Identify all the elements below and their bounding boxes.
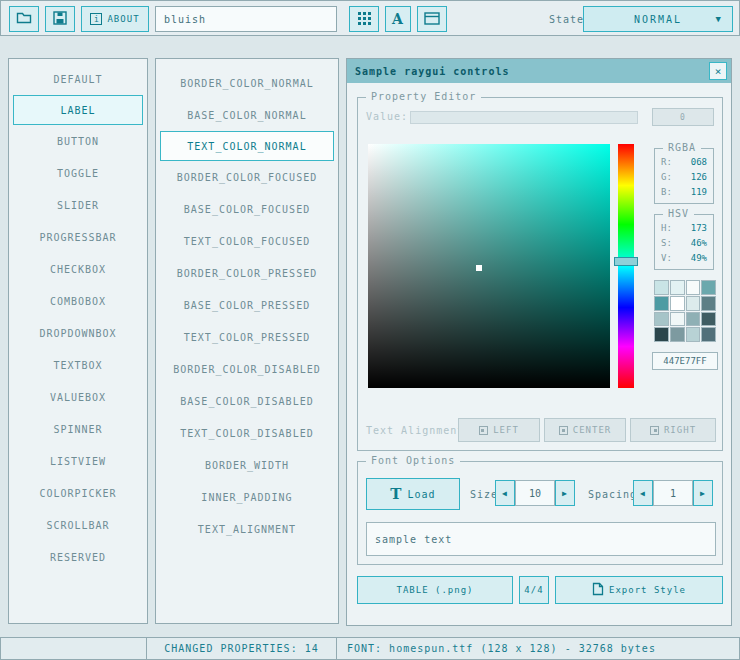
control-item-toggle[interactable]: TOGGLE: [9, 157, 147, 189]
control-item-spinner[interactable]: SPINNER: [9, 413, 147, 445]
control-item-textbox[interactable]: TEXTBOX: [9, 349, 147, 381]
property-editor-group: Property Editor Value: 0 RGBA R: 068: [357, 97, 723, 451]
rgba-row-r: R: 068: [655, 155, 713, 170]
font-size-decrease-button[interactable]: ◀: [495, 480, 515, 506]
palette-swatch[interactable]: [701, 327, 716, 342]
font-size-value[interactable]: 10: [515, 480, 555, 506]
property-item[interactable]: BASE_COLOR_NORMAL: [156, 99, 338, 131]
rgba-row-g: G: 126: [655, 170, 713, 185]
font-settings-button[interactable]: A: [385, 6, 411, 32]
color-cursor[interactable]: [476, 265, 482, 271]
font-info-text: FONT: homespun.ttf (128 x 128) - 32768 b…: [347, 643, 656, 654]
property-item[interactable]: BASE_COLOR_PRESSED: [156, 289, 338, 321]
window-titlebar[interactable]: Sample raygui controls: [347, 59, 731, 83]
palette-swatch[interactable]: [670, 327, 685, 342]
page-indicator-label: 4/4: [524, 585, 543, 595]
palette-swatch[interactable]: [654, 280, 669, 295]
palette-swatch[interactable]: [701, 296, 716, 311]
palette-swatch[interactable]: [670, 296, 685, 311]
control-item-reserved[interactable]: RESERVED: [9, 541, 147, 573]
palette-swatch[interactable]: [686, 280, 701, 295]
property-item[interactable]: BORDER_COLOR_PRESSED: [156, 257, 338, 289]
control-item-button[interactable]: BUTTON: [9, 125, 147, 157]
palette-swatch[interactable]: [686, 312, 701, 327]
align-left-button[interactable]: LEFT: [458, 418, 540, 442]
property-item-selected[interactable]: TEXT_COLOR_NORMAL: [160, 131, 334, 161]
align-right-button[interactable]: RIGHT: [630, 418, 716, 442]
hue-slider-handle[interactable]: [614, 257, 638, 266]
palette-swatch[interactable]: [686, 296, 701, 311]
hsv-s-value: 46%: [691, 236, 707, 251]
hsv-group: HSV H: 173 S: 46% V: 49%: [654, 214, 714, 270]
control-item-scrollbar[interactable]: SCROLLBAR: [9, 509, 147, 541]
font-load-button[interactable]: T Load: [366, 478, 460, 510]
font-size-increase-button[interactable]: ▶: [555, 480, 575, 506]
property-item[interactable]: TEXT_COLOR_FOCUSED: [156, 225, 338, 257]
chevron-down-icon: ▼: [716, 14, 723, 24]
palette-swatch[interactable]: [654, 296, 669, 311]
align-center-button[interactable]: CENTER: [544, 418, 626, 442]
palette-swatch[interactable]: [654, 312, 669, 327]
control-preview-button[interactable]: [417, 6, 447, 32]
property-item[interactable]: BORDER_COLOR_NORMAL: [156, 67, 338, 99]
font-options-group-label: Font Options: [366, 455, 460, 466]
hsv-v-label: V:: [661, 251, 672, 266]
property-item[interactable]: BASE_COLOR_FOCUSED: [156, 193, 338, 225]
property-item[interactable]: BORDER_COLOR_DISABLED: [156, 353, 338, 385]
property-item[interactable]: INNER_PADDING: [156, 481, 338, 513]
hsv-row-v: V: 49%: [655, 251, 713, 266]
control-item-checkbox[interactable]: CHECKBOX: [9, 253, 147, 285]
property-item[interactable]: TEXT_COLOR_PRESSED: [156, 321, 338, 353]
palette-swatch[interactable]: [670, 312, 685, 327]
font-load-label: Load: [408, 489, 436, 500]
close-window-button[interactable]: ×: [709, 62, 727, 80]
hsv-rows: H: 173 S: 46% V: 49%: [655, 221, 713, 266]
control-item-valuebox[interactable]: VALUEBOX: [9, 381, 147, 413]
hsv-row-s: S: 46%: [655, 236, 713, 251]
value-slider[interactable]: [410, 111, 638, 124]
align-left-icon: [479, 426, 488, 435]
control-item-listview[interactable]: LISTVIEW: [9, 445, 147, 477]
sample-text-input[interactable]: [366, 522, 716, 556]
property-item[interactable]: BORDER_COLOR_FOCUSED: [156, 161, 338, 193]
hsv-v-value: 49%: [691, 251, 707, 266]
hex-value-box[interactable]: 447E77FF: [652, 352, 718, 370]
font-spacing-decrease-button[interactable]: ◀: [633, 480, 653, 506]
property-item[interactable]: BASE_COLOR_DISABLED: [156, 385, 338, 417]
about-button[interactable]: i ABOUT: [81, 6, 149, 32]
palette-swatch[interactable]: [701, 312, 716, 327]
control-item-colorpicker[interactable]: COLORPICKER: [9, 477, 147, 509]
hue-bar-wrap: [614, 144, 638, 388]
palette-swatch[interactable]: [701, 280, 716, 295]
property-item[interactable]: TEXT_COLOR_DISABLED: [156, 417, 338, 449]
property-item[interactable]: BORDER_WIDTH: [156, 449, 338, 481]
export-style-button[interactable]: Export Style: [555, 576, 723, 604]
font-spacing-value[interactable]: 1: [653, 480, 693, 506]
control-item-progressbar[interactable]: PROGRESSBAR: [9, 221, 147, 253]
control-item-slider[interactable]: SLIDER: [9, 189, 147, 221]
hsv-h-value: 173: [691, 221, 707, 236]
palette-swatch[interactable]: [686, 327, 701, 342]
control-item-combobox[interactable]: COMBOBOX: [9, 285, 147, 317]
open-file-button[interactable]: [9, 6, 39, 32]
hsv-group-label: HSV: [663, 208, 694, 219]
save-file-button[interactable]: [45, 6, 75, 32]
align-center-icon: [559, 426, 568, 435]
control-item-label-selected[interactable]: LABEL: [13, 95, 143, 125]
font-T-icon: T: [390, 485, 402, 503]
palette-swatch[interactable]: [670, 280, 685, 295]
font-spacing-increase-button[interactable]: ▶: [693, 480, 713, 506]
style-name-input[interactable]: [155, 6, 337, 32]
color-picker-panel[interactable]: [368, 144, 610, 388]
arrow-left-icon: ◀: [640, 489, 646, 498]
value-button[interactable]: 0: [652, 108, 714, 126]
rgba-b-label: B:: [661, 185, 672, 200]
export-table-png-button[interactable]: TABLE (.png): [357, 576, 513, 604]
style-table-view-button[interactable]: [349, 6, 379, 32]
control-item-dropdownbox[interactable]: DROPDOWNBOX: [9, 317, 147, 349]
state-dropdown[interactable]: NORMAL ▼: [583, 6, 733, 32]
property-item[interactable]: TEXT_ALIGNMENT: [156, 513, 338, 545]
control-item-default[interactable]: DEFAULT: [9, 63, 147, 95]
palette-swatch[interactable]: [654, 327, 669, 342]
page-indicator-button[interactable]: 4/4: [519, 576, 549, 604]
